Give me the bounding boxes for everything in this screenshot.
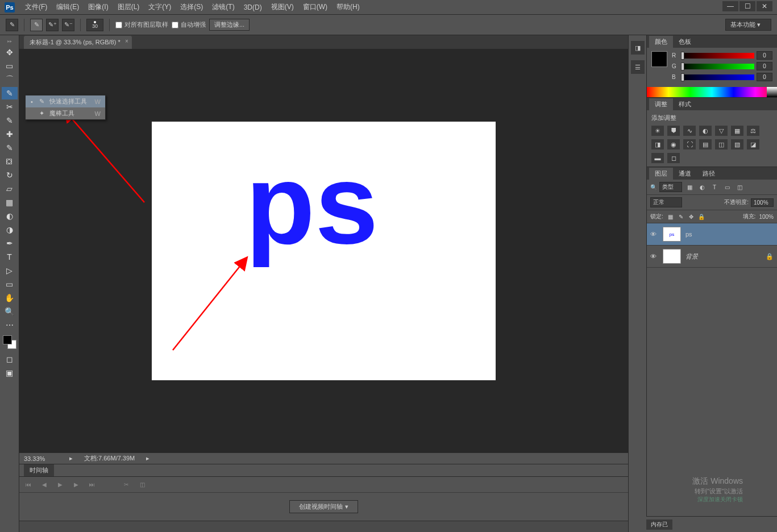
subtract-selection-icon[interactable]: ✎⁻ <box>62 19 74 31</box>
lock-position-icon[interactable]: ✥ <box>687 213 695 221</box>
workspace-dropdown[interactable]: 基本功能 ▾ <box>725 19 771 31</box>
menu-select[interactable]: 选择(S) <box>176 0 207 14</box>
filter-smart-icon[interactable]: ◫ <box>734 182 745 192</box>
next-frame-icon[interactable]: ▶ <box>72 480 81 489</box>
color-swatch[interactable] <box>3 335 16 349</box>
toolbox-expand-icon[interactable]: ▸▸ <box>0 39 19 45</box>
adjustments-tab[interactable]: 调整 <box>649 98 673 110</box>
layer-thumbnail[interactable] <box>663 249 681 264</box>
quick-selection-tool[interactable]: ✎ <box>2 87 18 99</box>
transition-icon[interactable]: ◫ <box>138 480 147 489</box>
r-slider[interactable] <box>681 53 754 59</box>
gradient-map-icon[interactable]: ▬ <box>651 153 664 163</box>
color-tab[interactable]: 颜色 <box>649 36 673 48</box>
close-button[interactable]: ✕ <box>757 1 772 11</box>
zoom-tool[interactable]: 🔍 <box>2 305 18 318</box>
history-brush-tool[interactable]: ↻ <box>2 169 18 181</box>
styles-tab[interactable]: 样式 <box>673 98 697 110</box>
lock-transparent-icon[interactable]: ▦ <box>667 213 675 221</box>
create-timeline-button[interactable]: 创建视频时间轴 ▾ <box>289 500 358 513</box>
filter-pixel-icon[interactable]: ▦ <box>684 182 695 192</box>
filter-adjust-icon[interactable]: ◐ <box>697 182 707 192</box>
auto-enhance-checkbox[interactable]: 自动增强 <box>172 20 206 29</box>
g-slider[interactable] <box>681 64 754 69</box>
document-tab[interactable]: 未标题-1 @ 33.3% (ps, RGB/8) * × <box>24 36 132 49</box>
marquee-tool[interactable]: ▭ <box>2 60 18 72</box>
move-tool[interactable]: ✥ <box>2 46 18 59</box>
add-selection-icon[interactable]: ✎⁺ <box>46 19 59 31</box>
type-tool[interactable]: T <box>2 251 18 263</box>
menu-edit[interactable]: 编辑(E) <box>52 0 84 14</box>
scissors-icon[interactable]: ✂ <box>122 480 131 489</box>
blend-mode-dropdown[interactable]: 正常 <box>650 197 682 207</box>
play-icon[interactable]: ▶ <box>56 480 65 489</box>
properties-panel-icon[interactable]: ☰ <box>631 60 645 74</box>
filter-shape-icon[interactable]: ▭ <box>722 182 732 192</box>
levels-icon[interactable]: ⛊ <box>667 126 680 136</box>
foreground-color[interactable] <box>3 335 12 344</box>
chevron-icon[interactable]: ▸ <box>69 455 73 462</box>
color-spectrum[interactable] <box>647 87 777 97</box>
chevron-icon[interactable]: ▸ <box>146 455 149 462</box>
menu-filter[interactable]: 滤镜(T) <box>207 0 239 14</box>
lock-pixels-icon[interactable]: ✎ <box>677 213 685 221</box>
invert-icon[interactable]: ◫ <box>715 139 728 149</box>
eraser-tool[interactable]: ▱ <box>2 182 18 195</box>
brush-tool[interactable]: ✎ <box>2 142 18 154</box>
flyout-quick-selection[interactable]: • ✎ 快速选择工具 W <box>26 95 105 107</box>
curves-icon[interactable]: ∿ <box>683 126 696 136</box>
prev-frame-icon[interactable]: ◀ <box>40 480 49 489</box>
b-value[interactable]: 0 <box>757 73 772 81</box>
lasso-tool[interactable]: ⌒ <box>2 73 18 86</box>
opacity-value[interactable]: 100% <box>751 198 774 207</box>
filter-kind-dropdown[interactable]: 类型 <box>659 182 682 192</box>
shape-tool[interactable]: ▭ <box>2 278 18 290</box>
menu-help[interactable]: 帮助(H) <box>332 0 364 14</box>
channel-mixer-icon[interactable]: ⛶ <box>683 139 696 149</box>
close-tab-icon[interactable]: × <box>125 38 128 44</box>
timeline-tab[interactable]: 时间轴 <box>24 464 54 476</box>
g-value[interactable]: 0 <box>757 62 772 70</box>
menu-type[interactable]: 文字(Y) <box>144 0 176 14</box>
menu-layer[interactable]: 图层(L) <box>113 0 144 14</box>
swatches-tab[interactable]: 色板 <box>673 36 697 48</box>
hand-tool[interactable]: ✋ <box>2 292 18 304</box>
bw-icon[interactable]: ◨ <box>651 139 664 149</box>
dodge-tool[interactable]: ◑ <box>2 223 18 236</box>
layers-tab[interactable]: 图层 <box>649 168 673 180</box>
crop-tool[interactable]: ✂ <box>2 101 18 113</box>
healing-tool[interactable]: ✚ <box>2 128 18 140</box>
menu-image[interactable]: 图像(I) <box>84 0 113 14</box>
flyout-magic-wand[interactable]: ✦ 魔棒工具 W <box>26 107 105 119</box>
layer-item[interactable]: 👁 ps ps <box>647 223 777 246</box>
menu-file[interactable]: 文件(F) <box>20 0 52 14</box>
visibility-icon[interactable]: 👁 <box>650 253 658 260</box>
stamp-tool[interactable]: ⛋ <box>2 155 18 168</box>
filter-type-icon[interactable]: T <box>709 182 720 192</box>
sample-all-layers-checkbox[interactable]: 对所有图层取样 <box>115 20 168 29</box>
b-slider[interactable] <box>681 74 754 80</box>
zoom-level[interactable]: 33.33% <box>24 455 58 462</box>
threshold-icon[interactable]: ◪ <box>747 139 759 149</box>
vibrance-icon[interactable]: ▽ <box>715 126 728 136</box>
new-selection-icon[interactable]: ✎ <box>30 19 43 31</box>
go-start-icon[interactable]: ⏮ <box>24 480 33 489</box>
maximize-button[interactable]: ☐ <box>739 1 755 11</box>
canvas[interactable]: ps <box>152 122 496 380</box>
layer-item[interactable]: 👁 背景 🔒 <box>647 246 777 268</box>
r-value[interactable]: 0 <box>757 51 772 60</box>
gradient-tool[interactable]: ▦ <box>2 196 18 209</box>
history-panel-icon[interactable]: ◨ <box>631 41 645 55</box>
channels-tab[interactable]: 通道 <box>673 168 697 180</box>
minimize-button[interactable]: — <box>722 1 738 11</box>
fill-value[interactable]: 100% <box>759 214 774 220</box>
tool-preset-icon[interactable]: ✎ <box>6 19 18 31</box>
exposure-icon[interactable]: ◐ <box>699 126 712 136</box>
color-preview[interactable] <box>651 51 667 67</box>
visibility-icon[interactable]: 👁 <box>650 231 658 238</box>
blur-tool[interactable]: ◐ <box>2 210 18 222</box>
selective-icon[interactable]: ◻ <box>667 153 680 163</box>
edit-toolbar[interactable]: ⋯ <box>2 319 18 331</box>
photo-filter-icon[interactable]: ◉ <box>667 139 680 149</box>
posterize-icon[interactable]: ▧ <box>731 139 743 149</box>
